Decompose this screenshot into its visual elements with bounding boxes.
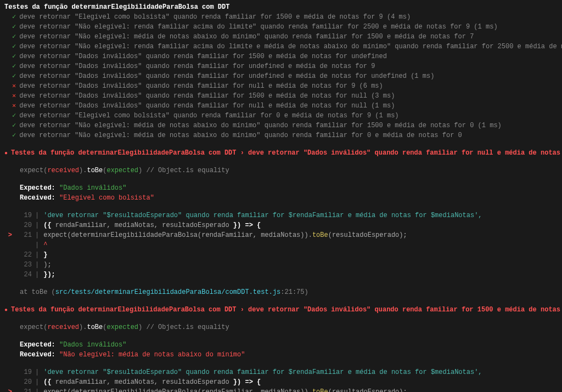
check-icon: ✓: [12, 42, 16, 52]
expect-expression: expect(received).toBe(expected) // Objec…: [20, 166, 558, 175]
check-icon: ✓: [12, 111, 16, 121]
suite-title: Testes da função determinarElegibilidade…: [4, 2, 558, 12]
test-result-line: ✓deve retornar "Não elegível: renda fami…: [4, 42, 558, 52]
code-line: 24|});: [4, 270, 558, 280]
received-value: Received: "Não elegível: média de notas …: [20, 350, 558, 360]
test-result-line: ✓deve retornar "Dados inválidos" quando …: [4, 61, 558, 71]
test-description: deve retornar "Dados inválidos" quando r…: [19, 52, 387, 61]
code-line: | ^: [4, 240, 558, 250]
test-description: deve retornar "Não elegível: renda famil…: [19, 42, 562, 52]
cross-icon: ✕: [12, 91, 16, 101]
check-icon: ✓: [12, 22, 16, 32]
test-description: deve retornar "Dados inválidos" quando r…: [19, 81, 383, 91]
test-description: deve retornar "Não elegível: renda famil…: [19, 22, 497, 32]
check-icon: ✓: [12, 12, 16, 22]
test-description: deve retornar "Dados inválidos" quando r…: [19, 71, 434, 81]
test-description: deve retornar "Dados inválidos" quando r…: [19, 61, 375, 71]
failure-title: ●Testes da função determinarElegibilidad…: [4, 305, 558, 315]
code-line: 20| ({ rendaFamiliar, mediaNotas, result…: [4, 220, 558, 230]
check-icon: ✓: [12, 32, 16, 42]
code-line: 20| ({ rendaFamiliar, mediaNotas, result…: [4, 377, 558, 387]
bullet-icon: ●: [4, 306, 8, 314]
test-description: deve retornar "Elegível como bolsista" q…: [19, 12, 411, 22]
cross-icon: ✕: [12, 101, 16, 111]
test-result-line: ✓deve retornar "Não elegível: média de n…: [4, 121, 558, 130]
code-line: >21| expect(determinarElegibilidadeParaB…: [4, 387, 558, 392]
test-result-line: ✓deve retornar "Elegível como bolsista" …: [4, 12, 558, 22]
test-results-list: ✓deve retornar "Elegível como bolsista" …: [4, 12, 558, 140]
code-line: 22| }: [4, 250, 558, 260]
test-description: deve retornar "Dados inválidos" quando r…: [19, 91, 395, 101]
code-line: >21| expect(determinarElegibilidadeParaB…: [4, 230, 558, 240]
test-result-line: ✕deve retornar "Dados inválidos" quando …: [4, 91, 558, 101]
expected-value: Expected: "Dados inválidos": [20, 183, 558, 193]
received-value: Received: "Elegível como bolsista": [20, 193, 558, 203]
code-line: 19| 'deve retornar "$resultadoEsperado" …: [4, 367, 558, 377]
expected-value: Expected: "Dados inválidos": [20, 340, 558, 350]
cross-icon: ✕: [12, 81, 16, 91]
code-line: 23| );: [4, 260, 558, 270]
check-icon: ✓: [12, 130, 16, 140]
check-icon: ✓: [12, 61, 16, 71]
test-result-line: ✓deve retornar "Não elegível: média de n…: [4, 32, 558, 42]
test-result-line: ✓deve retornar "Elegível como bolsista" …: [4, 111, 558, 121]
test-result-line: ✕deve retornar "Dados inválidos" quando …: [4, 101, 558, 111]
test-description: deve retornar "Não elegível: média de no…: [19, 121, 502, 130]
check-icon: ✓: [12, 121, 16, 130]
test-description: deve retornar "Não elegível: média de no…: [19, 130, 462, 140]
code-line: 19| 'deve retornar "$resultadoEsperado" …: [4, 211, 558, 220]
test-description: deve retornar "Elegível como bolsista" q…: [19, 111, 398, 121]
bullet-icon: ●: [4, 149, 8, 157]
failure-details: ●Testes da função determinarElegibilidad…: [4, 148, 558, 392]
test-result-line: ✓deve retornar "Dados inválidos" quando …: [4, 71, 558, 81]
stack-trace-line: at toBe (src/tests/determinarElegibilida…: [20, 287, 558, 297]
test-description: deve retornar "Não elegível: média de no…: [19, 32, 474, 42]
test-result-line: ✕deve retornar "Dados inválidos" quando …: [4, 81, 558, 91]
expect-expression: expect(received).toBe(expected) // Objec…: [20, 322, 558, 332]
failure-title: ●Testes da função determinarElegibilidad…: [4, 148, 558, 158]
test-description: deve retornar "Dados inválidos" quando r…: [19, 101, 395, 111]
test-result-line: ✓deve retornar "Dados inválidos" quando …: [4, 52, 558, 61]
check-icon: ✓: [12, 71, 16, 81]
test-result-line: ✓deve retornar "Não elegível: média de n…: [4, 130, 558, 140]
check-icon: ✓: [12, 52, 16, 61]
test-result-line: ✓deve retornar "Não elegível: renda fami…: [4, 22, 558, 32]
